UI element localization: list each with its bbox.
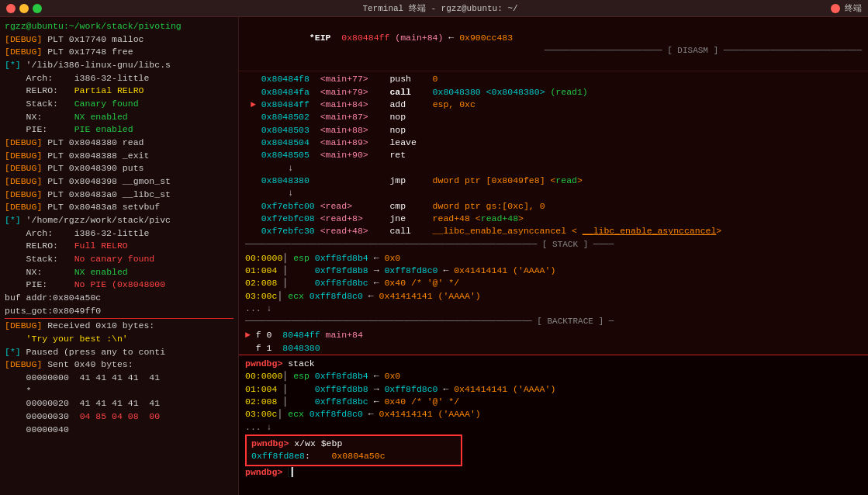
debug-sent: [DEBUG] Sent 0x40 bytes: xyxy=(5,358,233,372)
command-highlight-box[interactable]: pwndbg> x/wx $ebp 0xff8fd8e8: 0x0804a50c xyxy=(245,434,462,466)
debug-line-1: [DEBUG] PLT 0x17740 malloc xyxy=(5,33,233,47)
stack-line-2: Stack: No canary found xyxy=(5,253,233,266)
buf-addr: buf addr:0x804a50c xyxy=(5,292,233,305)
lower-stack-row-1: 01:004 │ 0xff8fd8b8 → 0xff8fd8c0 ← 0x414… xyxy=(245,383,862,396)
bt-row-1: f 1 8048380 xyxy=(245,342,862,355)
nx-line-1: NX: NX enabled xyxy=(5,111,233,124)
main-container: rgzz@ubuntu:~/work/stack/pivoting [DEBUG… xyxy=(0,17,868,495)
stack-row-3: 03:00c│ ecx 0xff8fd8c0 ← 0x41414141 ('AA… xyxy=(245,290,862,303)
result-line: 0xff8fd8e8: 0x0804a50c xyxy=(251,450,456,462)
divider-1 xyxy=(5,318,233,319)
disasm-row-3: 0x8048502 <main+87> nop xyxy=(245,111,862,123)
hex-line-3: 00000030 04 85 04 08 00 xyxy=(5,410,233,424)
pwndbg-prompt-final[interactable]: pwndbg> ▋ xyxy=(245,466,862,479)
stack-header-text: ────────────────────────────────────────… xyxy=(245,240,614,249)
close-icon-right[interactable] xyxy=(831,4,840,13)
pwndbg-cmd-2: pwndbg> x/wx $ebp xyxy=(251,438,456,450)
bt-row-0: ► f 0 80484ff main+84 xyxy=(245,329,862,341)
debug-recv: [DEBUG] Received 0x10 bytes: xyxy=(5,320,233,333)
debug-plt-exit: [DEBUG] PLT 0x8048388 _exit xyxy=(5,150,233,163)
disasm-row-current: ► 0x80484ff <main+84> add esp, 0xc xyxy=(245,99,862,111)
lower-stack-row-0: 00:0000│ esp 0xff8fd8b4 ← 0x0 xyxy=(245,370,862,382)
puts-got: puts_got:0x8049ff0 xyxy=(5,305,233,318)
hex-star: * xyxy=(5,385,233,398)
disasm-area: 0x80484f8 <main+77> push 0 0x80484fa <ma… xyxy=(239,71,868,237)
window-controls[interactable] xyxy=(6,4,42,13)
right-content: *EIP 0x80484ff (main+84) ← 0x900cc483 ──… xyxy=(239,17,868,495)
disasm-row-1: 0x80484f8 <main+77> push 0 xyxy=(245,73,862,85)
maximize-button[interactable] xyxy=(33,4,42,13)
stack-ellipsis: ... ↓ xyxy=(245,303,862,315)
disasm-call: 0xf7ebfc30 <read+48> call __libc_enable_… xyxy=(245,225,862,237)
disasm-row-4: 0x8048503 <main+88> nop xyxy=(245,124,862,137)
hex-line-1: 00000000 41 41 41 41 41 xyxy=(5,372,233,385)
window-title: Terminal 终端 - rgzz@ubuntu: ~/ xyxy=(50,2,831,14)
right-panel[interactable]: *EIP 0x80484ff (main+84) ← 0x900cc483 ──… xyxy=(239,17,868,495)
eip-line: *EIP 0x80484ff (main+84) ← 0x900cc483 ──… xyxy=(245,19,862,70)
pwndbg-cmd-1: pwndbg> stack xyxy=(245,358,862,370)
upper-right: *EIP 0x80484ff (main+84) ← 0x900cc483 ──… xyxy=(239,17,868,355)
nx-line-2: NX: NX enabled xyxy=(5,266,233,279)
relro-line-1: RELRO: Partial RELRO xyxy=(5,85,233,98)
cwd-line: rgzz@ubuntu:~/work/stack/pivoting xyxy=(5,20,233,33)
debug-plt-puts: [DEBUG] PLT 0x8048390 puts xyxy=(5,162,233,175)
disasm-arrow-1: ↓ xyxy=(245,162,862,175)
disasm-row-5: 0x8048504 <main+89> leave xyxy=(245,137,862,149)
debug-line-2: [DEBUG] PLT 0x17748 free xyxy=(5,46,233,59)
lower-terminal[interactable]: pwndbg> stack 00:0000│ esp 0xff8fd8b4 ← … xyxy=(239,355,868,495)
stack-row-1: 01:004 │ 0xff8fd8b8 → 0xff8fd8c0 ← 0x414… xyxy=(245,265,862,277)
info-line-2: [*] '/home/rgzz/work/stack/pivc xyxy=(5,214,233,227)
left-terminal-panel[interactable]: rgzz@ubuntu:~/work/stack/pivoting [DEBUG… xyxy=(0,17,239,495)
disasm-jmp: 0x8048380 jmp dword ptr [0x8049fe8] <rea… xyxy=(245,175,862,187)
pie-line-1: PIE: PIE enabled xyxy=(5,123,233,137)
disasm-arrow-2: ↓ xyxy=(245,187,862,199)
stack-area: 00:0000│ esp 0xff8fd8b4 ← 0x0 01:004 │ 0… xyxy=(239,251,868,316)
stack-header-bar: ────────────────────────────────────────… xyxy=(239,238,868,251)
lower-stack-row-2: 02:008 │ 0xff8fd8bc ← 0x40 /* '@' */ xyxy=(245,396,862,408)
backtrace-header-text: ────────────────────────────────────────… xyxy=(245,317,614,326)
close-button[interactable] xyxy=(6,4,16,13)
pie-line-2: PIE: No PIE (0x8048000 xyxy=(5,279,233,292)
recv-data: 'Try your best :\n' xyxy=(5,333,233,346)
hex-line-2: 00000020 41 41 41 41 41 xyxy=(5,397,233,410)
minimize-button[interactable] xyxy=(19,4,29,13)
disasm-jne: 0xf7ebfc08 <read+8> jne read+48 <read+48… xyxy=(245,213,862,225)
titlebar-right: 终端 xyxy=(831,2,862,14)
disasm-row-6: 0x8048505 <main+90> ret xyxy=(245,149,862,161)
debug-plt-libc: [DEBUG] PLT 0x80483a0 __libc_st xyxy=(5,189,233,202)
lower-stack-row-3: 03:00c│ ecx 0xff8fd8c0 ← 0x41414141 ('AA… xyxy=(245,408,862,421)
titlebar: Terminal 终端 - rgzz@ubuntu: ~/ 终端 xyxy=(0,0,868,17)
info-line-1: [*] '/lib/i386-linux-gnu/libc.s xyxy=(5,59,233,72)
disasm-cmp: 0xf7ebfc00 <read> cmp dword ptr gs:[0xc]… xyxy=(245,200,862,213)
paused-line: [*] Paused (press any to conti xyxy=(5,346,233,359)
debug-plt-gmon: [DEBUG] PLT 0x8048398 __gmon_st xyxy=(5,175,233,189)
hex-line-4: 00000040 xyxy=(5,424,233,437)
relro-line-2: RELRO: Full RELRO xyxy=(5,240,233,253)
stack-line-1: Stack: Canary found xyxy=(5,98,233,111)
eip-bar: *EIP 0x80484ff (main+84) ← 0x900cc483 ──… xyxy=(239,17,868,71)
debug-plt-read: [DEBUG] PLT 0x8048380 read xyxy=(5,137,233,150)
backtrace-header-bar: ────────────────────────────────────────… xyxy=(239,315,868,327)
arch-line-2: Arch: i386-32-little xyxy=(5,227,233,241)
right-title: 终端 xyxy=(845,2,862,14)
stack-row-2: 02:008 │ 0xff8fd8bc ← 0x40 /* '@' */ xyxy=(245,277,862,289)
backtrace-area: ► f 0 80484ff main+84 f 1 8048380 xyxy=(239,327,868,355)
arch-line-1: Arch: i386-32-little xyxy=(5,72,233,85)
disasm-row-2: 0x80484fa <main+79> call 0x8048380 <0x80… xyxy=(245,86,862,99)
debug-plt-setvbuf: [DEBUG] PLT 0x80483a8 setvbuf xyxy=(5,201,233,214)
lower-stack-ellipsis: ... ↓ xyxy=(245,421,862,434)
stack-row-0: 00:0000│ esp 0xff8fd8b4 ← 0x0 xyxy=(245,252,862,265)
